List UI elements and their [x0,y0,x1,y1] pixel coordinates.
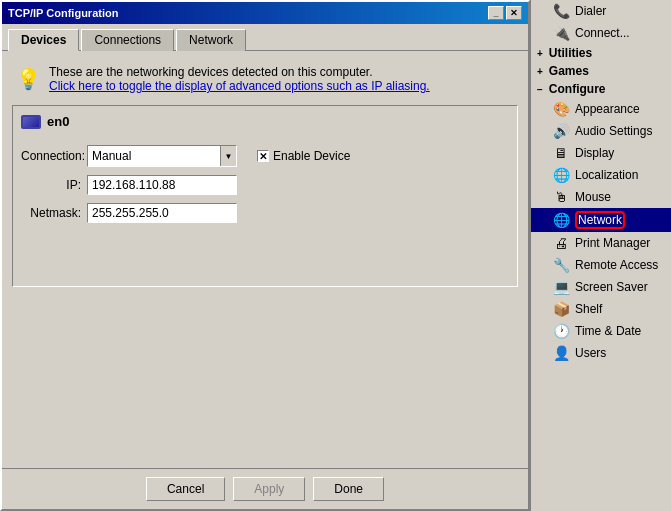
form-right: ✕ Enable Device [257,145,350,223]
button-bar: Cancel Apply Done [2,468,528,509]
connect-icon: 🔌 [553,25,569,41]
sidebar-item-dialer[interactable]: 📞 Dialer [531,0,671,22]
sidebar-label-mouse: Mouse [575,190,611,204]
sidebar-item-appearance[interactable]: 🎨 Appearance [531,98,671,120]
configure-expand-icon: − [537,84,543,95]
device-form: Connection: Manual ▼ IP: Netmask: [21,145,509,223]
sidebar-header-games[interactable]: + Games [531,62,671,80]
info-bar: 💡 These are the networking devices detec… [12,61,518,97]
sidebar-item-localization[interactable]: 🌐 Localization [531,164,671,186]
close-button[interactable]: ✕ [506,6,522,20]
sidebar-label-print-manager: Print Manager [575,236,650,250]
sidebar-item-connect[interactable]: 🔌 Connect... [531,22,671,44]
connection-value: Manual [88,147,220,165]
sidebar-label-shelf: Shelf [575,302,602,316]
sidebar-label-utilities: Utilities [549,46,592,60]
form-left: Connection: Manual ▼ IP: Netmask: [21,145,237,223]
sidebar-label-network: Network [575,211,625,229]
info-text: These are the networking devices detecte… [49,65,430,79]
sidebar-label-screen-saver: Screen Saver [575,280,648,294]
netmask-row: Netmask: [21,203,237,223]
print-icon: 🖨 [553,235,569,251]
games-expand-icon: + [537,66,543,77]
sidebar-item-display[interactable]: 🖥 Display [531,142,671,164]
sidebar-item-users[interactable]: 👤 Users [531,342,671,364]
sidebar-item-remote-access[interactable]: 🔧 Remote Access [531,254,671,276]
sidebar-item-audio[interactable]: 🔊 Audio Settings [531,120,671,142]
netmask-input[interactable] [87,203,237,223]
appearance-icon: 🎨 [553,101,569,117]
ip-label: IP: [21,178,81,192]
localization-icon: 🌐 [553,167,569,183]
device-name: en0 [47,114,69,129]
sidebar-label-time-date: Time & Date [575,324,641,338]
minimize-button[interactable]: _ [488,6,504,20]
connection-row: Connection: Manual ▼ [21,145,237,167]
done-button[interactable]: Done [313,477,384,501]
sidebar-item-print-manager[interactable]: 🖨 Print Manager [531,232,671,254]
device-header: en0 [21,114,509,133]
sidebar-header-utilities[interactable]: + Utilities [531,44,671,62]
info-link[interactable]: Click here to toggle the display of adva… [49,79,430,93]
mouse-icon: 🖱 [553,189,569,205]
tab-devices[interactable]: Devices [8,29,79,51]
sidebar-header-configure[interactable]: − Configure [531,80,671,98]
ip-input[interactable] [87,175,237,195]
tcp-ip-dialog: TCP/IP Configuration _ ✕ Devices Connect… [0,0,530,511]
sidebar: 📞 Dialer 🔌 Connect... + Utilities + Game… [530,0,671,511]
connection-label: Connection: [21,149,81,163]
enable-device-row: ✕ Enable Device [257,149,350,163]
sidebar-item-time-date[interactable]: 🕐 Time & Date [531,320,671,342]
sidebar-label-display: Display [575,146,614,160]
display-icon: 🖥 [553,145,569,161]
connection-select[interactable]: Manual ▼ [87,145,237,167]
ip-row: IP: [21,175,237,195]
title-bar: TCP/IP Configuration _ ✕ [2,2,528,24]
device-box: en0 Connection: Manual ▼ IP: [12,105,518,287]
utilities-expand-icon: + [537,48,543,59]
device-icon [21,115,41,129]
select-dropdown-arrow[interactable]: ▼ [220,146,236,166]
network-icon: 🌐 [553,212,569,228]
title-bar-controls: _ ✕ [488,6,522,20]
time-date-icon: 🕐 [553,323,569,339]
sidebar-label-games: Games [549,64,589,78]
sidebar-label-connect: Connect... [575,26,630,40]
enable-device-label: Enable Device [273,149,350,163]
tab-bar: Devices Connections Network [2,24,528,50]
sidebar-label-audio: Audio Settings [575,124,652,138]
netmask-label: Netmask: [21,206,81,220]
screen-saver-icon: 💻 [553,279,569,295]
dialer-icon: 📞 [553,3,569,19]
sidebar-item-network[interactable]: 🌐 Network [531,208,671,232]
sidebar-item-mouse[interactable]: 🖱 Mouse [531,186,671,208]
tab-network[interactable]: Network [176,29,246,51]
dialog-title: TCP/IP Configuration [8,7,118,19]
sidebar-label-localization: Localization [575,168,638,182]
enable-device-checkbox[interactable]: ✕ [257,150,269,162]
info-icon: 💡 [16,67,41,91]
sidebar-item-screen-saver[interactable]: 💻 Screen Saver [531,276,671,298]
audio-icon: 🔊 [553,123,569,139]
users-icon: 👤 [553,345,569,361]
remote-access-icon: 🔧 [553,257,569,273]
sidebar-label-configure: Configure [549,82,606,96]
sidebar-label-remote-access: Remote Access [575,258,658,272]
sidebar-label-users: Users [575,346,606,360]
sidebar-label-appearance: Appearance [575,102,640,116]
sidebar-item-shelf[interactable]: 📦 Shelf [531,298,671,320]
shelf-icon: 📦 [553,301,569,317]
cancel-button[interactable]: Cancel [146,477,225,501]
apply-button[interactable]: Apply [233,477,305,501]
tab-connections[interactable]: Connections [81,29,174,51]
sidebar-label-dialer: Dialer [575,4,606,18]
dialog-content: 💡 These are the networking devices detec… [2,50,528,468]
